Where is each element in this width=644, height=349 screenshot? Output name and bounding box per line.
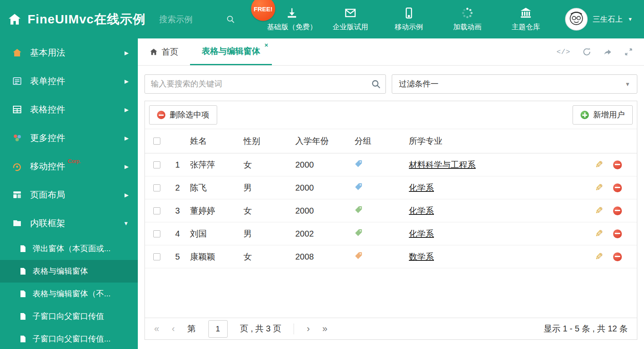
delete-selected-label: 删除选中项	[170, 110, 209, 120]
record-summary: 显示 1 - 5 条 , 共 12 条	[544, 323, 628, 334]
delete-row-icon[interactable]	[613, 160, 622, 169]
sidebar-subitem-label: 弹出窗体（本页面或...	[33, 243, 111, 254]
major-link[interactable]: 化学系	[409, 206, 434, 215]
sidebar-subitem-grid-edit-window[interactable]: 表格与编辑窗体	[0, 260, 138, 283]
first-page-icon[interactable]: «	[154, 324, 159, 334]
nav-item-loading-animation[interactable]: 加载动画	[440, 7, 495, 32]
file-icon	[19, 313, 27, 320]
table-row: 2 陈飞 男 2000 化学系 ✎	[145, 176, 637, 199]
delete-row-icon[interactable]	[613, 229, 622, 238]
major-link[interactable]: 材料科学与工程系	[409, 160, 476, 169]
column-header-gender[interactable]: 性别	[240, 135, 292, 147]
major-link[interactable]: 数学系	[409, 252, 434, 261]
chevron-down-icon: ▼	[123, 220, 129, 227]
row-checkbox[interactable]	[153, 207, 160, 214]
keyword-search-input[interactable]	[145, 74, 386, 94]
nav-label: 加载动画	[453, 22, 482, 32]
sidebar-subitem-child-to-parent-2[interactable]: 子窗口向父窗口传值...	[0, 328, 138, 349]
sidebar-item-label: 基本用法	[30, 47, 65, 59]
nav-item-theme-store[interactable]: 主题仓库	[498, 7, 553, 32]
edit-icon[interactable]: ✎	[595, 205, 603, 217]
chevron-down-icon: ▼	[625, 81, 630, 87]
delete-row-icon[interactable]	[613, 183, 622, 192]
row-checkbox[interactable]	[153, 161, 160, 168]
column-header-major[interactable]: 所学专业	[406, 135, 590, 147]
prev-page-icon[interactable]: ‹	[172, 324, 175, 334]
sidebar-item-form-controls[interactable]: 表单控件 ▶	[0, 67, 138, 95]
nav-item-basic-version[interactable]: FREE! 基础版（免费）	[264, 7, 319, 32]
next-page-icon[interactable]: ›	[307, 324, 309, 334]
sidebar-item-grid-controls[interactable]: 表格控件 ▶	[0, 95, 138, 124]
refresh-icon[interactable]	[582, 47, 591, 56]
sidebar-item-more-controls[interactable]: 更多控件 ▶	[0, 124, 138, 152]
share-icon[interactable]	[603, 47, 612, 56]
search-icon[interactable]	[226, 15, 235, 24]
sidebar-subitem-label: 子窗口向父窗口传值...	[33, 334, 111, 344]
chevron-right-icon: ▶	[124, 135, 129, 141]
sidebar-item-label: 内联框架	[30, 217, 65, 229]
delete-row-icon[interactable]	[613, 252, 622, 261]
tab-grid-edit-window[interactable]: 表格与编辑窗体 ×	[190, 38, 272, 65]
sidebar-subitem-label: 表格与编辑窗体	[33, 266, 88, 277]
filter-dropdown[interactable]: 过滤条件一 ▼	[392, 74, 637, 94]
main-content: 首页 表格与编辑窗体 × </>	[138, 38, 644, 349]
sidebar-subitem-popup-window[interactable]: 弹出窗体（本页面或...	[0, 237, 138, 260]
sidebar-item-mobile-controls[interactable]: 移动控件 Corp. ▶	[0, 152, 138, 181]
column-header-name[interactable]: 姓名	[187, 135, 240, 147]
avatar	[565, 8, 588, 31]
major-link[interactable]: 化学系	[409, 183, 434, 192]
app-title: FineUIMvc在线示例	[28, 11, 146, 28]
row-checkbox[interactable]	[153, 253, 160, 260]
sidebar-subitem-child-to-parent[interactable]: 子窗口向父窗口传值	[0, 305, 138, 328]
column-header-group[interactable]: 分组	[351, 135, 406, 147]
close-icon[interactable]: ×	[264, 41, 268, 48]
chevron-right-icon: ▶	[124, 107, 129, 113]
header-search	[159, 15, 235, 24]
delete-row-icon[interactable]	[613, 206, 622, 215]
edit-icon[interactable]: ✎	[595, 251, 603, 262]
nav-item-mobile-demo[interactable]: 移动示例	[381, 7, 436, 32]
delete-selected-button[interactable]: 删除选中项	[149, 105, 217, 125]
user-menu[interactable]: 三生石上 ▼	[565, 8, 633, 31]
nav-item-enterprise-trial[interactable]: 企业版试用	[323, 7, 378, 32]
page-number-input[interactable]	[208, 320, 228, 338]
header-search-input[interactable]	[159, 15, 222, 24]
sidebar-item-basic-usage[interactable]: 基本用法 ▶	[0, 38, 138, 67]
fullscreen-icon[interactable]	[624, 47, 633, 56]
table-row: 4 刘国 男 2002 化学系 ✎	[145, 222, 637, 245]
edit-icon[interactable]: ✎	[595, 159, 603, 171]
filter-dropdown-value: 过滤条件一	[399, 79, 439, 89]
add-user-button[interactable]: 新增用户	[573, 105, 633, 125]
sidebar-item-iframe[interactable]: 内联框架 ▼	[0, 209, 138, 237]
tab-label: 表格与编辑窗体	[202, 46, 260, 57]
major-link[interactable]: 化学系	[409, 229, 434, 238]
cell-gender: 男	[240, 182, 292, 194]
sidebar-item-label: 移动控件	[30, 160, 65, 172]
search-icon[interactable]	[371, 79, 381, 89]
pager-divider	[294, 324, 294, 334]
sidebar-item-page-layout[interactable]: 页面布局 ▶	[0, 181, 138, 209]
logo[interactable]: FineUIMvc在线示例	[0, 11, 146, 28]
sidebar-subitem-label: 子窗口向父窗口传值	[33, 311, 104, 322]
tab-home[interactable]: 首页	[138, 38, 190, 65]
cell-year: 2000	[292, 206, 351, 216]
last-page-icon[interactable]: »	[322, 324, 327, 334]
house-icon	[12, 47, 23, 58]
sidebar-subitem-grid-edit-window-2[interactable]: 表格与编辑窗体（不...	[0, 283, 138, 305]
cell-year: 2000	[292, 160, 351, 170]
table-row: 3 董婷婷 女 2000 化学系 ✎	[145, 199, 637, 222]
edit-icon[interactable]: ✎	[595, 182, 603, 194]
row-checkbox[interactable]	[153, 184, 160, 191]
free-badge: FREE!	[251, 0, 275, 21]
row-checkbox[interactable]	[153, 230, 160, 237]
source-code-icon[interactable]: </>	[556, 48, 570, 56]
edit-icon[interactable]: ✎	[595, 228, 603, 239]
top-header: FineUIMvc在线示例 FREE! 基础版（免费） 企业版试用 移动示例	[0, 0, 644, 38]
select-all-checkbox[interactable]	[153, 138, 160, 145]
header-nav: FREE! 基础版（免费） 企业版试用 移动示例 加载动画 主题仓库	[264, 7, 553, 32]
cell-name: 陈飞	[187, 182, 240, 194]
column-header-year[interactable]: 入学年份	[292, 135, 351, 147]
envelope-icon	[344, 7, 357, 19]
tag-icon	[355, 252, 363, 260]
tab-label: 首页	[162, 46, 178, 58]
